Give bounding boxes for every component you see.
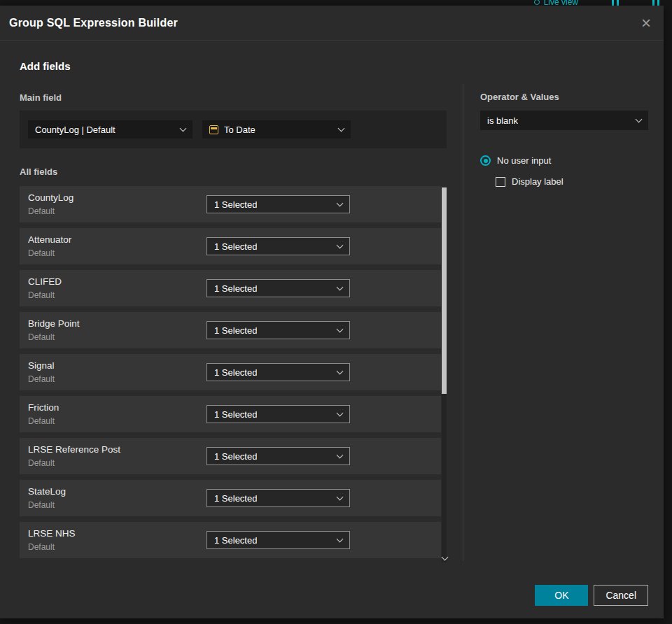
dialog-footer: OK Cancel: [535, 585, 648, 606]
field-subtitle: Default: [28, 458, 55, 468]
field-row: Friction Default 1 Selected: [20, 396, 441, 432]
field-selected-dropdown[interactable]: 1 Selected: [206, 321, 350, 339]
field-row: CountyLog Default 1 Selected: [20, 186, 441, 222]
field-selected-dropdown[interactable]: 1 Selected: [206, 237, 350, 255]
date-field-dropdown[interactable]: To Date: [202, 120, 351, 139]
field-selected-dropdown[interactable]: 1 Selected: [206, 405, 350, 423]
field-subtitle: Default: [28, 206, 55, 216]
all-fields-label: All fields: [20, 166, 447, 177]
main-field-dropdown[interactable]: CountyLog | Default: [28, 120, 192, 139]
operator-values-section: Operator & Values is blank No user input…: [480, 92, 648, 187]
operator-dropdown[interactable]: is blank: [480, 111, 648, 130]
chevron-down-icon: [337, 409, 344, 416]
main-field-label: Main field: [20, 92, 447, 103]
chevron-down-icon: [180, 125, 187, 132]
field-name: Bridge Point: [28, 318, 80, 329]
dialog-header: Group SQL Expression Builder ×: [0, 6, 664, 41]
selected-count-label: 1 Selected: [214, 535, 257, 546]
chevron-down-icon: [636, 115, 643, 122]
field-name: CLIFED: [28, 276, 62, 287]
add-fields-section: Add fields Main field CountyLog | Defaul…: [20, 60, 447, 564]
main-field-dropdown-value: CountyLog | Default: [35, 125, 115, 135]
scroll-down-icon[interactable]: [442, 554, 447, 560]
display-label-checkbox[interactable]: Display label: [496, 176, 648, 187]
field-name: StateLog: [28, 486, 66, 497]
selected-count-label: 1 Selected: [214, 241, 257, 252]
no-user-input-radio[interactable]: No user input: [480, 155, 648, 166]
main-field-panel: CountyLog | Default To Date: [20, 111, 447, 148]
field-row: StateLog Default 1 Selected: [20, 480, 441, 516]
field-subtitle: Default: [28, 416, 55, 426]
operator-values-heading: Operator & Values: [480, 92, 648, 102]
field-selected-dropdown[interactable]: 1 Selected: [206, 279, 350, 297]
selected-count-label: 1 Selected: [214, 409, 257, 420]
scrollbar[interactable]: [442, 187, 447, 562]
field-subtitle: Default: [28, 332, 55, 342]
date-field-dropdown-value: To Date: [224, 125, 255, 135]
pause-icon[interactable]: [612, 0, 619, 6]
selected-count-label: 1 Selected: [214, 325, 257, 336]
columns-icon[interactable]: [652, 0, 659, 6]
calendar-icon: [209, 125, 218, 134]
live-view-control[interactable]: Live view: [534, 0, 578, 6]
radio-selected-icon: [480, 155, 491, 166]
live-view-label: Live view: [544, 0, 578, 6]
field-subtitle: Default: [28, 290, 55, 300]
field-name: CountyLog: [28, 192, 74, 203]
checkbox-unchecked-icon: [496, 177, 505, 187]
scrollbar-thumb[interactable]: [442, 187, 447, 394]
chevron-down-icon: [337, 493, 344, 500]
operator-dropdown-value: is blank: [487, 115, 518, 126]
field-name: Friction: [28, 402, 59, 413]
display-label-label: Display label: [512, 176, 564, 187]
chevron-down-icon: [337, 535, 344, 542]
field-row: LRSE NHS Default 1 Selected: [20, 522, 441, 558]
field-name: LRSE NHS: [28, 528, 76, 539]
field-row: Signal Default 1 Selected: [20, 354, 441, 390]
selected-count-label: 1 Selected: [214, 493, 257, 504]
field-selected-dropdown[interactable]: 1 Selected: [206, 363, 350, 381]
selected-count-label: 1 Selected: [214, 199, 257, 210]
field-selected-dropdown[interactable]: 1 Selected: [206, 195, 350, 213]
live-view-icon: [534, 0, 540, 5]
add-fields-heading: Add fields: [20, 60, 447, 73]
field-row: Attenuator Default 1 Selected: [20, 228, 441, 264]
field-row: Bridge Point Default 1 Selected: [20, 312, 441, 348]
field-name: Signal: [28, 360, 55, 371]
no-user-input-label: No user input: [497, 155, 551, 166]
chevron-down-icon: [337, 199, 344, 206]
ok-button[interactable]: OK: [535, 585, 588, 606]
app-topbar: Live view: [0, 0, 672, 6]
chevron-down-icon: [337, 451, 344, 458]
chevron-down-icon: [338, 125, 345, 132]
selected-count-label: 1 Selected: [214, 451, 257, 462]
field-name: LRSE Reference Post: [28, 444, 120, 455]
close-icon[interactable]: ×: [641, 15, 651, 31]
field-subtitle: Default: [28, 248, 55, 258]
chevron-down-icon: [337, 241, 344, 248]
field-subtitle: Default: [28, 500, 55, 510]
field-selected-dropdown[interactable]: 1 Selected: [206, 447, 350, 465]
vertical-divider: [463, 84, 463, 561]
field-selected-dropdown[interactable]: 1 Selected: [206, 489, 350, 507]
field-row: CLIFED Default 1 Selected: [20, 270, 441, 306]
dialog-title: Group SQL Expression Builder: [9, 17, 178, 29]
field-selected-dropdown[interactable]: 1 Selected: [206, 531, 350, 549]
cancel-button[interactable]: Cancel: [594, 585, 648, 606]
field-subtitle: Default: [28, 542, 55, 552]
all-fields-list: CountyLog Default 1 Selected Attenuator …: [20, 186, 447, 558]
chevron-down-icon: [337, 283, 344, 290]
chevron-down-icon: [337, 367, 344, 374]
topbar-row: Live view: [0, 0, 672, 6]
group-sql-expression-builder-dialog: Group SQL Expression Builder × Add field…: [0, 6, 664, 618]
field-row: LRSE Reference Post Default 1 Selected: [20, 438, 441, 474]
field-subtitle: Default: [28, 374, 55, 384]
selected-count-label: 1 Selected: [214, 367, 257, 378]
chevron-down-icon: [337, 325, 344, 332]
selected-count-label: 1 Selected: [214, 283, 257, 294]
field-name: Attenuator: [28, 234, 71, 245]
